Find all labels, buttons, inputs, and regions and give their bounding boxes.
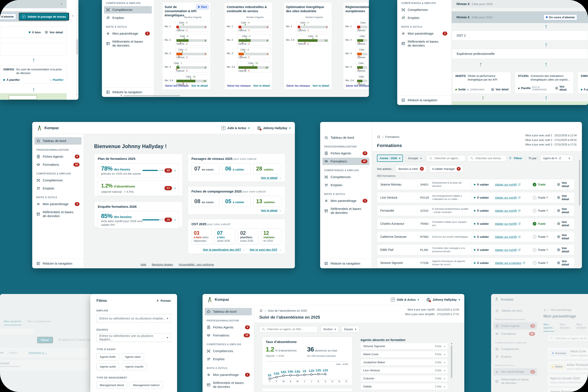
agent-row[interactable]: Nouveau Marie CurieHaute maitrise d’... — [547, 347, 588, 359]
voir-detail-button[interactable]: Voir détail — [557, 260, 571, 266]
breadcrumb[interactable]: › Suivi de l’absentéisme en 2025 — [259, 309, 307, 312]
voir-detail-link[interactable]: Voir le détail — [312, 84, 329, 87]
aide-actus-menu[interactable]: ?Aide & Actus▾ — [222, 126, 250, 130]
sidebar-item-parametrage[interactable]: Mon paramétrage1 — [104, 30, 152, 37]
collapsed-section-bar[interactable]: ⌄ — [0, 0, 67, 8]
traite-status[interactable]: ✓Traité ? — [533, 261, 552, 265]
scrollbar-track[interactable]: ▾ — [76, 0, 78, 100]
sidebar-item-parametrage[interactable]: Mon paramétrage3 — [34, 200, 82, 208]
traite-status[interactable]: ✓Traité ? — [533, 196, 552, 200]
agent-row[interactable]: Retiré Arthur RimbaultHaute maitrise d’i… — [547, 361, 588, 373]
filtrer-button[interactable]: Filtrer — [508, 156, 522, 160]
sidebar-item-formations[interactable]: Formations19 — [322, 158, 369, 165]
search-formation-field[interactable] — [468, 155, 506, 162]
valider-link[interactable]: Valider sur myHR — [495, 248, 530, 252]
tri-select[interactable]: Agent de A - Z▾ — [540, 155, 573, 162]
valider-link[interactable]: Valider sur myHR — [495, 183, 530, 186]
scrollbar-arrow-icon[interactable]: ◀ — [120, 94, 122, 96]
niveau-row-2[interactable]: Niveau 2 Cible pour 2025 En cours d’atte… — [452, 11, 588, 23]
valider-link[interactable]: Valider sur myHR — [495, 196, 530, 199]
valider-link[interactable]: Valider sur e-campus — [495, 261, 530, 264]
voir-detail-button[interactable]: Voir détail — [557, 220, 571, 227]
formation-row[interactable]: Jeanne Moreau JH923 Entrainement a la pr… — [377, 179, 574, 190]
scrollbar-thumb[interactable] — [76, 39, 78, 54]
sidebar-item-referentiels[interactable]: Référentiels et bases de données — [205, 379, 252, 390]
ost-step-card[interactable]: OST 2 — [452, 30, 588, 40]
traite-status[interactable]: ✓Traité ? — [533, 209, 552, 212]
sidebar-item-parametrage[interactable]: Mon paramétrage1 — [205, 371, 252, 378]
voir-detail-button[interactable]: Voir détail — [557, 234, 571, 240]
search-input[interactable] — [555, 337, 588, 340]
gerer-niveaux-link[interactable]: Gérer les niveaux — [286, 84, 310, 87]
sidebar-item-referentiels[interactable]: Référentiels et bases de données — [400, 38, 449, 49]
sidebar-item-referentiels[interactable]: Référentiels et bases de données — [322, 205, 369, 216]
planifier-link[interactable]: ›Planifier — [50, 78, 64, 82]
sidebar-item-competences[interactable]: Compétences — [400, 6, 449, 14]
sidebar-item-fiches-agents[interactable]: Fiches Agents4 — [493, 322, 537, 330]
chevron-up-icon[interactable]: ⌃ — [72, 15, 74, 18]
sidebar-item-emplois[interactable]: Emplois — [322, 182, 369, 189]
sidebar-item-parametrage[interactable]: Mon paramétrage1 — [322, 197, 369, 204]
formation-row[interactable]: Lino Ventura PO129 Accompagnement digita… — [377, 192, 574, 203]
stat-row[interactable]: 85% des besoins émis dans myHR pour 2026… — [98, 211, 179, 229]
sidebar-item-competences[interactable]: Compétences — [493, 346, 537, 352]
search-field[interactable] — [547, 335, 588, 342]
valider-link[interactable]: Valider sur myHR — [495, 222, 530, 226]
scrollbar-thumb[interactable] — [579, 160, 580, 206]
sidebar-item-emplois[interactable]: Emplois — [205, 356, 252, 363]
scrollbar-thumb[interactable] — [124, 95, 180, 96]
user-menu[interactable]: Johnny Hallyday▾ — [257, 126, 290, 130]
agent-type-button[interactable]: Agents inactifs — [122, 363, 147, 370]
sidebar-item-competences[interactable]: Compétences — [34, 176, 82, 184]
voir-detail-button[interactable]: Voir détail — [45, 30, 63, 34]
voir-detail-button[interactable]: Voir détail — [555, 85, 571, 91]
reduire-navigation-button[interactable]: Réduire la navigation — [320, 258, 372, 268]
reduire-navigation-button[interactable]: Réduire la navigation — [32, 258, 84, 268]
a-valider-manager-button[interactable]: A valider manager7 — [429, 165, 464, 172]
sidebar-item-dashboard[interactable]: Tableau de bord — [34, 137, 82, 144]
voir-detail-button[interactable]: Voir détail — [557, 207, 571, 214]
sidebar-item-formations[interactable]: Formations19 — [205, 332, 252, 339]
gerer-niveaux-link[interactable]: Gérer les niveaux — [346, 84, 369, 87]
breadcrumb[interactable]: › Formations — [377, 135, 400, 138]
sidebar-item-competences[interactable]: Compétences — [104, 6, 152, 14]
traite-status[interactable]: ✓Traité — [533, 222, 552, 226]
agent-type-button[interactable]: Agents réels — [122, 353, 144, 360]
sidebar-item-formations[interactable]: Formations19 — [34, 161, 82, 168]
scrollbar-track[interactable]: ▲ — [450, 343, 452, 391]
reduire-navigation-button[interactable]: Réduire la navigation — [397, 95, 452, 105]
traite-status[interactable]: ✓Traité — [533, 183, 552, 186]
sidebar-item-fiches-agents[interactable]: Fiches Agents4 — [205, 324, 252, 331]
search-agent-field[interactable] — [259, 326, 318, 332]
equipe-select[interactable]: Équipe▾ — [341, 326, 359, 332]
voir-detail-button[interactable]: Voir détail — [557, 246, 571, 253]
sidebar-item-formations[interactable]: Formations19 — [493, 330, 537, 337]
formation-row[interactable]: Catherine Deneuve RT992 Exercice pui sur… — [377, 231, 574, 242]
formation-row[interactable]: Simone Signoret YT239 Apports theoriques… — [377, 258, 574, 268]
horizontal-scrollbar[interactable]: ◀ — [120, 95, 367, 96]
grouper-select[interactable]: Grouper▾ — [405, 155, 424, 162]
valider-link[interactable]: Valider sur myHR — [495, 235, 530, 238]
scrollbar-thumb[interactable] — [451, 346, 452, 378]
sidebar-item-competences[interactable]: Compétences — [322, 173, 369, 181]
agent-type-button[interactable]: Agents actifs — [96, 363, 119, 370]
sidebar-item-parametrage[interactable]: Mon paramétrage1 — [493, 368, 537, 376]
agent-row[interactable]: Jeanne Moreau — [547, 388, 588, 392]
voir-detail-link[interactable]: Voir le détail — [261, 176, 278, 180]
agent-type-button[interactable]: Agents fictifs — [96, 353, 119, 360]
sidebar-item-fiches-agents[interactable]: Fiches Agents4 — [34, 153, 82, 160]
search-agent-field[interactable] — [427, 155, 466, 162]
sidebar-item-emplois[interactable]: Emplois — [34, 185, 82, 192]
fermer-button[interactable]: ×Fermer — [156, 299, 171, 303]
footer-link[interactable]: Mentions légales — [152, 263, 173, 266]
aide-actus-menu[interactable]: ?Aide & Actus▾ — [391, 298, 419, 302]
annee-select[interactable]: Année : 2026▾ — [377, 154, 403, 162]
stat-row[interactable]: 78% des heures prévues en 2025 ont été s… — [98, 163, 179, 178]
voir-detail-link[interactable]: Voir le détail — [261, 209, 278, 212]
search-agent-input[interactable] — [267, 328, 315, 331]
traite-status[interactable]: ✓Traité ? — [533, 235, 552, 239]
gerer-niveaux-link[interactable]: Gérer les niveaux — [227, 84, 251, 87]
sidebar-item-fiches-agents[interactable]: Fiches Agents4 — [322, 150, 369, 157]
management-type-button[interactable]: Management direct — [96, 382, 127, 389]
sidebar-item-competences[interactable]: Compétences — [205, 347, 252, 355]
